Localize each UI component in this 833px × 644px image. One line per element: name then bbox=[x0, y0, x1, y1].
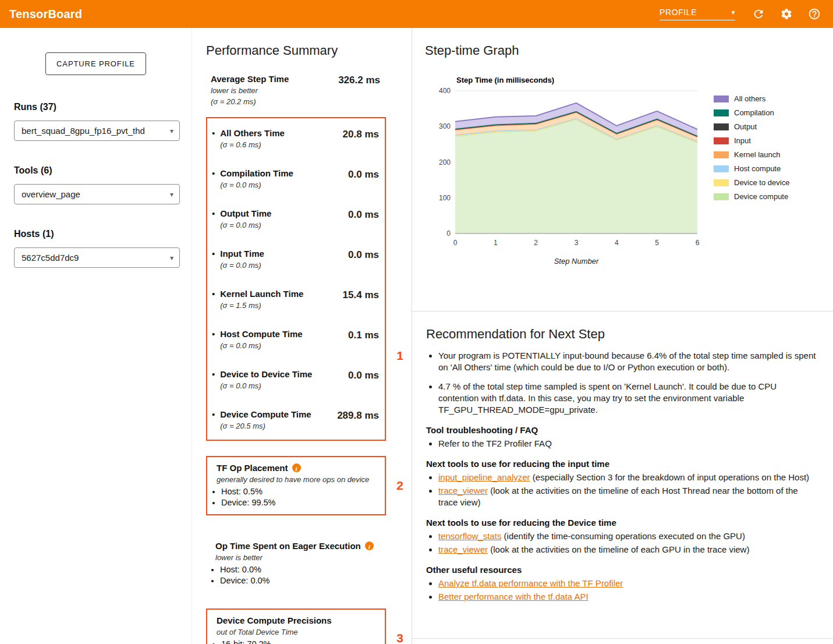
metric-sigma: (σ = 0.0 ms) bbox=[220, 260, 264, 270]
recommendation-bullet: Better performance with the tf.data API bbox=[438, 591, 819, 603]
device-precisions-title: Device Compute Precisions bbox=[207, 610, 385, 626]
legend-item: All others bbox=[714, 94, 789, 103]
annotation-box-3: Device Compute Precisions out of Total D… bbox=[206, 608, 386, 644]
metric-label: Output Time bbox=[220, 208, 271, 219]
metric-row: Compilation Time(σ = 0.0 ms)0.0 ms bbox=[207, 158, 385, 199]
chart-legend: All othersCompilationOutputInputKernel l… bbox=[714, 94, 789, 267]
svg-text:0: 0 bbox=[453, 239, 458, 247]
dashboard-selector[interactable]: PROFILE ▾ bbox=[660, 8, 735, 20]
svg-text:4: 4 bbox=[615, 239, 619, 247]
recommendation-subsections: Tool troubleshooting / FAQRefer to the T… bbox=[426, 424, 819, 603]
legend-item: Kernel launch bbox=[714, 150, 789, 159]
annotation-box-1: All Others Time(σ = 0.6 ms)20.8 msCompil… bbox=[206, 117, 386, 441]
metric-info: Device to Device Time(σ = 0.0 ms) bbox=[212, 369, 312, 391]
svg-text:300: 300 bbox=[439, 122, 451, 130]
device-precisions-note: out of Total Device Time bbox=[207, 626, 385, 637]
metrics-list: All Others Time(σ = 0.6 ms)20.8 msCompil… bbox=[207, 118, 385, 440]
recommendation-section-header: Tool troubleshooting / FAQ bbox=[426, 424, 819, 436]
recommendation-bullet: 4.7 % of the total step time sampled is … bbox=[438, 381, 819, 416]
metric-value: 15.4 ms bbox=[343, 289, 379, 301]
performance-summary-panel: Performance Summary Average Step Time lo… bbox=[192, 28, 412, 644]
recommendation-bullet: Refer to the TF2 Profiler FAQ bbox=[438, 438, 819, 450]
metric-value: 0.0 ms bbox=[348, 169, 379, 181]
step-time-chart-area: Step Time (in milliseconds)0100200300400… bbox=[433, 73, 833, 267]
dashboard-selector-value: PROFILE bbox=[660, 8, 697, 17]
svg-text:0: 0 bbox=[446, 229, 451, 238]
metric-value: 326.2 ms bbox=[338, 75, 380, 86]
list-item: Device: 99.5% bbox=[221, 497, 385, 508]
section-title-text: TF Op Placement bbox=[217, 462, 288, 473]
tf-op-placement-title: TF Op Placement bbox=[207, 457, 385, 473]
legend-swatch bbox=[714, 179, 729, 186]
recommendation-section-header: Next tools to use for reducing the input… bbox=[426, 458, 819, 470]
recommendation-bullet: input_pipeline_analyzer (especially Sect… bbox=[438, 472, 819, 483]
step-time-graph-section: Step-time Graph Step Time (in millisecon… bbox=[412, 28, 833, 312]
tensorflow-stats-link[interactable]: tensorflow_stats bbox=[438, 531, 501, 541]
metric-label: Kernel Launch Time bbox=[220, 288, 303, 299]
chevron-down-icon: ▾ bbox=[170, 128, 173, 135]
metric-row: Input Time(σ = 0.0 ms)0.0 ms bbox=[207, 239, 385, 279]
input-pipeline-analyzer-link[interactable]: input_pipeline_analyzer bbox=[438, 472, 530, 482]
runs-field: Runs (37) bert_squad_8gpu_fp16_pvt_thd ▾ bbox=[14, 102, 180, 141]
metric-sigma: (σ = 0.0 ms) bbox=[220, 341, 302, 351]
metric-label: Device Compute Time bbox=[220, 409, 311, 420]
settings-button[interactable] bbox=[779, 7, 793, 21]
tfdata-performance-link[interactable]: Analyze tf.data performance with the TF … bbox=[438, 578, 623, 588]
metric-sigma: (σ = 20.5 ms) bbox=[220, 421, 311, 431]
recommendation-bullet-list: Refer to the TF2 Profiler FAQ bbox=[426, 438, 819, 450]
recommendation-section-header: Next tools to use for reducing the Devic… bbox=[426, 517, 819, 529]
settings-gear-icon bbox=[780, 8, 793, 20]
metric-value: 0.0 ms bbox=[348, 370, 379, 381]
metric-label: Device to Device Time bbox=[220, 369, 312, 380]
runs-label: Runs (37) bbox=[14, 102, 180, 112]
legend-item: Device compute bbox=[714, 192, 789, 201]
legend-item: Input bbox=[714, 136, 789, 145]
tools-field: Tools (6) overview_page ▾ bbox=[14, 165, 180, 204]
metric-sigma: (σ = 20.2 ms) bbox=[211, 97, 289, 107]
metric-row: All Others Time(σ = 0.6 ms)20.8 ms bbox=[207, 118, 385, 158]
legend-swatch bbox=[714, 137, 729, 144]
reload-button[interactable] bbox=[752, 7, 765, 21]
info-icon[interactable] bbox=[292, 463, 301, 472]
recommendation-section-header: Other useful resources bbox=[426, 564, 819, 576]
metric-label: Compilation Time bbox=[220, 168, 293, 179]
metric-row: Device Compute Time(σ = 20.5 ms)289.8 ms bbox=[207, 399, 385, 440]
metric-value: 0.0 ms bbox=[348, 249, 379, 261]
legend-label: All others bbox=[734, 94, 765, 103]
trace-viewer-link[interactable]: trace_viewer bbox=[438, 544, 488, 554]
help-button[interactable] bbox=[807, 7, 821, 21]
metric-label: Average Step Time bbox=[211, 73, 289, 84]
annotation-box-2: TF Op Placement generally desired to hav… bbox=[206, 456, 386, 515]
svg-text:400: 400 bbox=[439, 87, 451, 95]
annotation-number-1: 1 bbox=[396, 349, 403, 363]
info-icon[interactable] bbox=[365, 542, 374, 550]
legend-label: Host compute bbox=[734, 164, 781, 173]
tfdata-api-link[interactable]: Better performance with the tf.data API bbox=[438, 592, 589, 601]
metric-info: Device Compute Time(σ = 20.5 ms) bbox=[212, 409, 311, 431]
legend-item: Compilation bbox=[714, 108, 789, 117]
tools-select[interactable]: overview_page ▾ bbox=[14, 184, 180, 204]
chevron-down-icon: ▾ bbox=[170, 191, 173, 198]
legend-label: Device to device bbox=[734, 178, 789, 187]
recommendation-top-bullets: Your program is POTENTIALLY input-bound … bbox=[426, 350, 819, 416]
capture-profile-button[interactable]: CAPTURE PROFILE bbox=[45, 52, 146, 75]
metric-label: All Others Time bbox=[220, 128, 285, 139]
runs-select[interactable]: bert_squad_8gpu_fp16_pvt_thd ▾ bbox=[14, 121, 180, 141]
legend-swatch bbox=[714, 123, 729, 130]
svg-text:5: 5 bbox=[655, 239, 659, 247]
help-icon bbox=[808, 8, 821, 20]
section-title-text: Op Time Spent on Eager Execution bbox=[215, 540, 361, 551]
legend-label: Device compute bbox=[734, 192, 788, 201]
trace-viewer-link[interactable]: trace_viewer bbox=[438, 486, 488, 496]
eager-execution-section: Op Time Spent on Eager Execution lower i… bbox=[206, 535, 382, 586]
legend-item: Device to device bbox=[714, 178, 789, 187]
recommendation-bullet-list: Analyze tf.data performance with the TF … bbox=[426, 578, 819, 603]
hosts-select[interactable]: 5627c5dd7dc9 ▾ bbox=[14, 247, 180, 268]
hosts-select-value: 5627c5dd7dc9 bbox=[22, 253, 79, 263]
runs-select-value: bert_squad_8gpu_fp16_pvt_thd bbox=[22, 126, 145, 136]
main-panel: Step-time Graph Step Time (in millisecon… bbox=[412, 28, 833, 644]
topbar: TensorBoard PROFILE ▾ bbox=[0, 0, 833, 28]
recommendation-bullet: trace_viewer (look at the activities on … bbox=[438, 544, 819, 555]
legend-label: Kernel launch bbox=[734, 150, 781, 159]
svg-text:Step Number: Step Number bbox=[554, 257, 599, 266]
